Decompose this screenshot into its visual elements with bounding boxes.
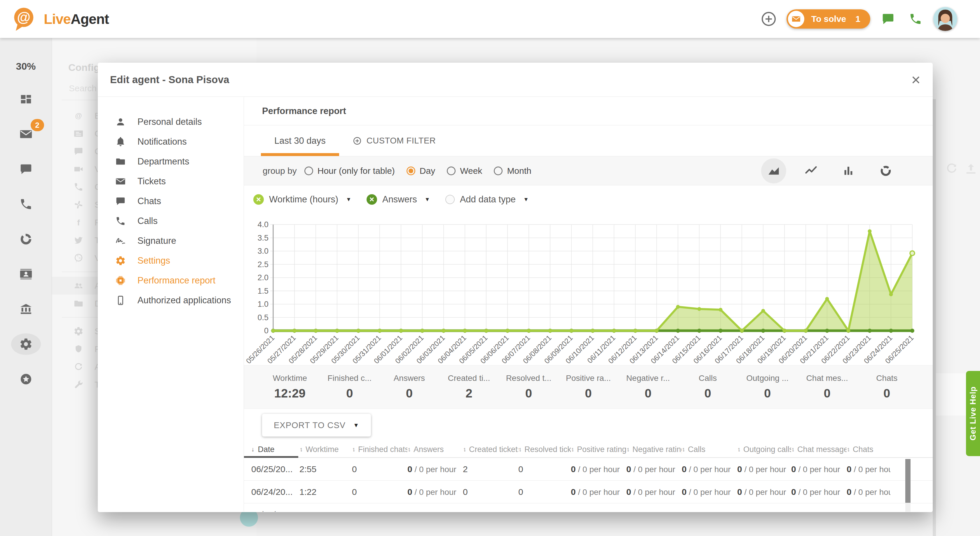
- modal-nav-tickets[interactable]: Tickets: [98, 171, 244, 191]
- stat-value: 0: [379, 386, 439, 400]
- sidebar-item-phone[interactable]: [17, 195, 35, 214]
- remove-series-icon[interactable]: ×: [367, 194, 377, 205]
- performance-report-panel: Performance report Last 30 daysCUSTOM FI…: [244, 97, 933, 512]
- column-header-resolved-tickets[interactable]: ↑↓Resolved tickets: [518, 445, 571, 454]
- sidebar-item-envelope[interactable]: 2: [17, 125, 35, 143]
- modal-nav-performance-report[interactable]: Performance report: [98, 271, 244, 290]
- column-header-date[interactable]: ↓Date: [251, 445, 299, 454]
- chart-type-donut-chart[interactable]: [873, 159, 898, 184]
- chart-type-switcher: [761, 159, 898, 184]
- group-by-option-hour-only-for-table[interactable]: Hour (only for table): [304, 166, 395, 176]
- sidebar-item-star-circle[interactable]: [17, 370, 35, 389]
- live-help-ribbon[interactable]: Get Live Help: [966, 371, 980, 456]
- column-header-positive-rating[interactable]: ↑↓Positive rating: [571, 445, 626, 454]
- column-header-negative-rating[interactable]: ↑↓Negative rating: [626, 445, 682, 454]
- envelope-icon: [19, 127, 33, 141]
- envelope-icon: [115, 176, 126, 187]
- column-header-created-tickets[interactable]: ↑↓Created tickets: [463, 445, 518, 454]
- stat-label: Worktime: [260, 374, 320, 383]
- column-header-chat-messages[interactable]: ↑↓Chat messages: [791, 445, 846, 454]
- plus-circle-icon: [353, 136, 362, 146]
- modal-nav-settings[interactable]: Settings: [98, 251, 244, 271]
- cpu-icon: [115, 275, 126, 286]
- series-chip-label: Worktime (hours): [269, 194, 338, 205]
- modal-nav-signature[interactable]: Signature: [98, 231, 244, 251]
- radio-unselected-icon[interactable]: [494, 167, 503, 175]
- add-data-type-chip[interactable]: Add data type▼: [445, 194, 529, 205]
- bank-icon: [19, 303, 33, 316]
- stat-value: 12:29: [260, 386, 320, 400]
- export-csv-button[interactable]: EXPORT TO CSV ▼: [262, 414, 371, 436]
- series-chip-answers[interactable]: ×Answers▼: [367, 194, 430, 205]
- table-row[interactable]: 06/24/20...1:2200 / 0 per hour000 / 0 pe…: [244, 480, 933, 503]
- sorted-column-indicator: [244, 456, 298, 458]
- modal-nav-departments[interactable]: Departments: [98, 152, 244, 171]
- stat-value: 0: [499, 386, 558, 400]
- column-header-outgoing-calls[interactable]: ↑↓Outgoing calls: [737, 445, 791, 454]
- table-cell: 0: [518, 510, 571, 512]
- group-by-row: group by Hour (only for table)DayWeekMon…: [244, 156, 933, 186]
- table-cell: 0 / 0 per hour: [571, 464, 626, 474]
- table-row[interactable]: 06/23/20...3:4500 / 0 per hour000 / 0 pe…: [244, 503, 933, 512]
- close-icon[interactable]: ×: [911, 72, 921, 87]
- gear-icon: [19, 338, 33, 351]
- caret-down-icon[interactable]: ▼: [346, 196, 352, 203]
- to-solve-button[interactable]: To solve 1: [786, 10, 870, 29]
- caret-down-icon[interactable]: ▼: [523, 196, 529, 203]
- table-row[interactable]: 06/25/20...2:5500 / 0 per hour200 / 0 pe…: [244, 458, 933, 480]
- sidebar-item-bank[interactable]: [17, 300, 35, 319]
- table-cell: 06/25/20...: [251, 464, 299, 474]
- nav-item-label: Personal details: [137, 117, 202, 127]
- logo-text: LiveAgent: [44, 11, 109, 27]
- group-by-option-week[interactable]: Week: [447, 166, 482, 176]
- column-header-label: Resolved tickets: [525, 445, 571, 454]
- radio-selected-icon[interactable]: [407, 167, 415, 175]
- column-header-finished-chats[interactable]: ↑↓Finished chats: [352, 445, 407, 454]
- stat-chat-mes: Chat mes...0: [797, 374, 857, 400]
- table-scrollbar-thumb[interactable]: [905, 459, 910, 503]
- sidebar-item-dashboard[interactable]: [17, 90, 35, 108]
- stat-label: Answers: [379, 374, 439, 383]
- column-header-calls[interactable]: ↑↓Calls: [682, 445, 737, 454]
- topbar-actions: To solve 1: [759, 7, 957, 31]
- nav-item-label: Signature: [137, 236, 176, 246]
- tab-label: Last 30 days: [274, 136, 326, 146]
- series-chip-worktime-hours[interactable]: ×Worktime (hours)▼: [253, 194, 352, 205]
- user-avatar[interactable]: [933, 7, 957, 31]
- radio-unselected-icon[interactable]: [304, 167, 313, 175]
- modal-nav-notifications[interactable]: Notifications: [98, 132, 244, 152]
- group-by-option-day[interactable]: Day: [407, 166, 435, 176]
- stat-label: Outgoing ...: [738, 374, 797, 383]
- remove-series-icon[interactable]: ×: [253, 194, 264, 205]
- sidebar-item-contacts[interactable]: [17, 265, 35, 284]
- column-header-worktime[interactable]: ↑↓Worktime: [299, 445, 352, 454]
- modal-nav: Personal detailsNotificationsDepartments…: [98, 97, 244, 512]
- chart-type-line-chart[interactable]: [799, 159, 824, 184]
- tab-custom-filter[interactable]: CUSTOM FILTER: [339, 125, 449, 156]
- modal-nav-authorized-applications[interactable]: Authorized applications: [98, 290, 244, 310]
- modal-title: Edit agent - Sona Pisova: [110, 74, 229, 86]
- modal-nav-calls[interactable]: Calls: [98, 211, 244, 231]
- caret-down-icon[interactable]: ▼: [425, 196, 430, 203]
- table-scrollbar[interactable]: [905, 459, 910, 512]
- column-header-answers[interactable]: ↑↓Answers: [407, 445, 463, 454]
- sort-desc-icon: ↓: [251, 446, 255, 453]
- add-button[interactable]: [759, 10, 778, 29]
- export-csv-label: EXPORT TO CSV: [274, 420, 345, 430]
- chart-type-bar-chart[interactable]: [836, 159, 861, 184]
- sidebar-item-gear[interactable]: [17, 335, 35, 354]
- chats-button[interactable]: [878, 10, 898, 29]
- modal-nav-personal-details[interactable]: Personal details: [98, 112, 244, 132]
- tab-last-30-days[interactable]: Last 30 days: [261, 125, 339, 156]
- sidebar-item-donut[interactable]: [17, 230, 35, 249]
- radio-unselected-icon[interactable]: [447, 167, 455, 175]
- stat-value: 0: [738, 386, 797, 400]
- group-by-option-month[interactable]: Month: [494, 166, 531, 176]
- sidebar-item-chat[interactable]: [17, 160, 35, 178]
- calls-button[interactable]: [906, 10, 925, 29]
- modal-nav-chats[interactable]: Chats: [98, 191, 244, 211]
- column-header-chats[interactable]: ↑↓Chats: [846, 445, 890, 454]
- stat-value: 2: [439, 386, 499, 400]
- chart-type-area-chart[interactable]: [761, 159, 786, 184]
- sort-both-icon: ↑↓: [737, 446, 738, 453]
